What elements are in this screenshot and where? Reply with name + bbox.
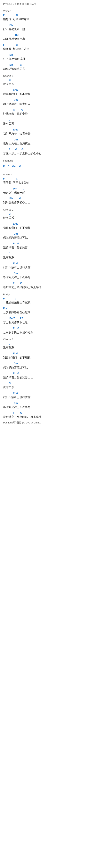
chord: Em7	[3, 128, 95, 131]
lyric: ＿臣服于快＿乐遥不可及	[3, 330, 95, 335]
prelude-section: Prelude（可搭配和弦C G Am F）	[3, 2, 95, 6]
chord: F G	[3, 327, 95, 330]
bridge-section: Bridge F G ＿战战兢兢被生存驾驭 Fm ＿安安静静看自己过期 Em7 …	[3, 292, 95, 335]
lyric: 温柔捧着＿爱的雏形＿＿	[3, 375, 95, 380]
lyric: 才＿听见你的叹＿息	[3, 320, 95, 325]
lyric: 等时间允许＿长夜将尽	[3, 405, 95, 410]
lyric: 等时间允许＿长夜将尽	[3, 275, 95, 280]
chord: F G	[3, 372, 95, 375]
chord: F C Gm G	[3, 165, 95, 168]
chord: F G G	[3, 148, 95, 151]
chord: F G	[3, 411, 95, 415]
interlude-section: Interlude F C Gm G	[3, 159, 95, 170]
lyric: 我们不急着＿去看美景	[3, 131, 95, 136]
lyric: 动不动就冷＿场也可以	[3, 102, 95, 106]
lyric: 没有关系	[3, 82, 95, 87]
lyric: 长久之计想在一起＿＿	[3, 190, 95, 195]
lyric: 我们不急着＿说我爱你	[3, 265, 95, 270]
chord: Em7	[3, 392, 95, 395]
chord: F G	[3, 297, 95, 301]
chord: F C	[3, 14, 95, 17]
chord: Dm	[3, 362, 95, 365]
lyric: 好不容易走到一起	[3, 27, 95, 32]
chord: Bb G	[3, 197, 95, 200]
verse1-section: Verse 1 F C 很想你 可当你在这里 Bb 好不容易走到一起 Dm 却还…	[3, 9, 95, 71]
chord: C	[3, 212, 95, 216]
song-sheet: Prelude（可搭配和弦C G Am F） Verse 1 F C 很想你 可…	[3, 2, 95, 425]
chord: Dm C	[3, 187, 95, 190]
chord: Em7	[3, 222, 95, 226]
chord: Em7	[3, 352, 95, 355]
prelude-label: Prelude（可搭配和弦C G Am F）	[3, 2, 95, 6]
lyric: 没有关系＿＿	[3, 122, 95, 126]
chord: Bb	[3, 53, 95, 57]
chord: Dm	[3, 98, 95, 102]
lyric: 偶尔多愁善感也可以	[3, 235, 95, 240]
lyric: ＿战战兢兢被生存驾驭	[3, 301, 95, 305]
chord: Dm	[3, 232, 95, 236]
chord: C	[3, 342, 95, 345]
chord: Em7 A7	[3, 317, 95, 320]
verse2-section: Verse 2 F C 看看我 不需太多妙喻 Dm C 长久之计想在一起＿＿ B…	[3, 173, 95, 205]
lyric: 很想你 可当你在这里	[3, 17, 95, 22]
lyric: 才愿一步＿一步走得＿那么小心	[3, 151, 95, 156]
chord: Em7	[3, 262, 95, 265]
lyric: 像像我 想证明在这里	[3, 47, 95, 51]
chord: F C	[3, 177, 95, 181]
chord: Bb	[3, 24, 95, 27]
chord: F C	[3, 43, 95, 47]
lyric: 最后呼之＿欲出的那＿就是感情	[3, 285, 95, 290]
chord: C	[3, 79, 95, 82]
chorus2-section: Chorus 2 C 没有关系 Em7 我喜欢我们＿的不积极 Dm 偶尔多愁善感…	[3, 208, 95, 290]
lyric: 最后呼之＿欲出的那＿就是感情	[3, 415, 95, 420]
chorus3-label: Chorus 3	[3, 337, 95, 342]
lyric: 我喜欢我们＿的不积极	[3, 226, 95, 230]
lyric: 我只想要你的初心＿＿	[3, 200, 95, 205]
lyric: 让我捧着＿你的安静＿＿	[3, 112, 95, 116]
verse1-label: Verse 1	[3, 9, 95, 13]
chord: F G	[3, 282, 95, 285]
lyric: 温柔捧着＿爱的雏形＿＿	[3, 245, 95, 250]
lyric: 我喜欢我们＿的不积极	[3, 92, 95, 96]
chord: G G	[3, 108, 95, 112]
interlude-label: Interlude	[3, 159, 95, 163]
lyric: 也是因为在＿混沌夜里	[3, 141, 95, 146]
bridge-label: Bridge	[3, 292, 95, 297]
chord: C	[3, 118, 95, 122]
chorus3-section: Chorus 3 C 没有关系 Em7 我喜欢我们＿的不积极 Dm 偶尔多愁善感…	[3, 337, 95, 420]
chorus1-label: Chorus 1	[3, 74, 95, 78]
chorus2-label: Chorus 2	[3, 208, 95, 212]
chord: F G	[3, 242, 95, 245]
postlude-label: Postlude可搭配（C G C G Dm D）	[3, 421, 95, 425]
chord: C	[3, 252, 95, 255]
lyric: 却还是感觉有距离	[3, 37, 95, 41]
chord: Em7	[3, 89, 95, 92]
chord: Fm	[3, 307, 95, 310]
lyric: 没有关系	[3, 385, 95, 390]
lyric: 却忘记该怎么尽兴＿＿	[3, 67, 95, 71]
chord: Dm	[3, 402, 95, 405]
lyric: 我们不急着＿说我爱你	[3, 395, 95, 400]
chord: Dm	[3, 138, 95, 142]
verse2-label: Verse 2	[3, 173, 95, 177]
lyric: 没有关系	[3, 345, 95, 350]
chord: Dm	[3, 272, 95, 275]
lyric: 没有关系	[3, 216, 95, 220]
lyric: 好不容易我到适题	[3, 57, 95, 61]
postlude-section: Postlude可搭配（C G C G Dm D）	[3, 421, 95, 425]
lyric: ＿安安静静看自己过期	[3, 310, 95, 315]
lyric: 没有关系	[3, 255, 95, 260]
lyric: 看看我 不需太多妙喻	[3, 181, 95, 185]
chord: Bb G	[3, 63, 95, 67]
lyric: 偶尔多愁善感也可以	[3, 365, 95, 370]
lyric: 我喜欢我们＿的不积极	[3, 355, 95, 360]
chord: Dm	[3, 34, 95, 37]
chord: C	[3, 382, 95, 385]
chorus1-section: Chorus 1 C 没有关系 Em7 我喜欢我们＿的不积极 Dm 动不动就冷＿…	[3, 74, 95, 156]
